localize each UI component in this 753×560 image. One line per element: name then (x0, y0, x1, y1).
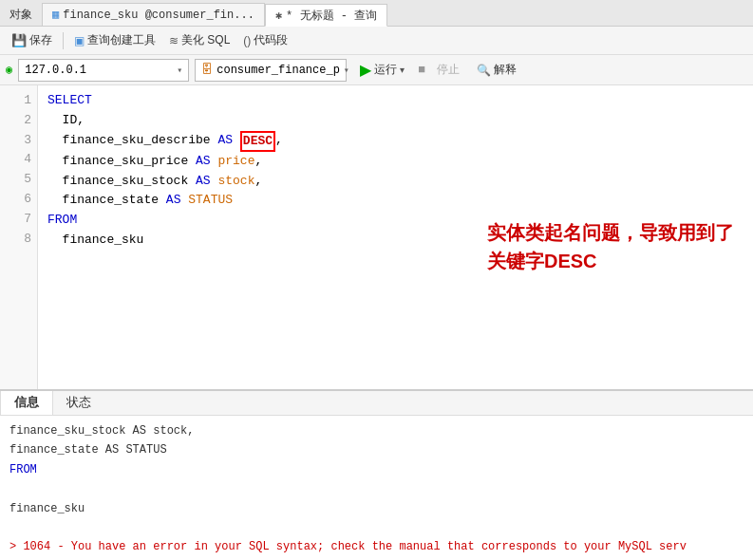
tab-objects[interactable]: 对象 (0, 3, 42, 26)
editor-area: 1 2 3 4 5 6 7 8 SELECT ID, finance_sku_d… (0, 85, 753, 389)
separator1 (63, 32, 64, 49)
field-describe-comma: , (275, 131, 283, 151)
beautify-label: 美化 SQL (181, 32, 230, 48)
connection-ip: 127.0.0.1 (25, 64, 86, 77)
beautify-button[interactable]: ≋ 美化 SQL (163, 30, 235, 50)
query-builder-icon: ▣ (74, 34, 85, 47)
tab-query2-label: * 无标题 - 查询 (286, 8, 377, 24)
code-editor[interactable]: SELECT ID, finance_sku_describe AS DESC,… (38, 85, 753, 389)
line-num-8: 8 (0, 230, 31, 250)
error-line: > 1064 - You have an error in your SQL s… (9, 537, 744, 556)
line-numbers: 1 2 3 4 5 6 7 8 (0, 85, 38, 389)
db-icon: 🗄 (201, 63, 213, 77)
line-num-6: 6 (0, 190, 31, 210)
code-line-2: ID, (47, 111, 744, 131)
stop-label: 停止 (437, 62, 460, 78)
explain-label: 解释 (494, 62, 517, 78)
query-icon: ✱ (275, 9, 282, 23)
chevron-down-icon: ▾ (177, 65, 182, 76)
snippet-icon: () (243, 34, 251, 47)
field-stock: finance_sku_stock AS stock, (47, 172, 262, 192)
code-line-6: finance_state AS STATUS (47, 191, 744, 211)
tab-query2[interactable]: ✱ * 无标题 - 查询 (265, 4, 387, 27)
conn-bar: ◉ 127.0.0.1 ▾ 🗄 consumer_finance_p ▾ ▶ 运… (0, 55, 753, 85)
tab-info[interactable]: 信息 (0, 391, 53, 415)
tab-bar: 对象 ▦ finance_sku @consumer_fin... ✱ * 无标… (0, 0, 753, 27)
field-describe: finance_sku_describe AS (47, 131, 240, 151)
code-line-1: SELECT (47, 91, 744, 111)
result-line-from: FROM (9, 460, 744, 479)
explain-icon: 🔍 (477, 64, 491, 77)
tab-status-label: 状态 (66, 395, 91, 409)
field-state: finance_state AS STATUS (47, 191, 233, 211)
beautify-icon: ≋ (169, 34, 179, 47)
snippet-label: 代码段 (254, 32, 288, 48)
database-name: consumer_finance_p (216, 64, 340, 77)
table-name: finance_sku (47, 231, 143, 251)
tab-query1[interactable]: ▦ finance_sku @consumer_fin... (42, 3, 265, 26)
line-num-5: 5 (0, 170, 31, 190)
line-num-7: 7 (0, 210, 31, 230)
line-num-3: 3 (0, 131, 31, 151)
save-button[interactable]: 💾 保存 (6, 30, 58, 50)
line-num-4: 4 (0, 150, 31, 170)
query-builder-label: 查询创建工具 (87, 32, 156, 48)
line-num-1: 1 (0, 91, 31, 111)
run-button[interactable]: ▶ 运行 ▾ (352, 59, 412, 81)
highlight-desc: DESC (240, 131, 275, 152)
result-line-2: finance_state AS STATUS (9, 440, 744, 459)
connection-select[interactable]: 127.0.0.1 ▾ (18, 59, 189, 82)
keyword-select: SELECT (47, 91, 92, 111)
code-line-5: finance_sku_stock AS stock, (47, 172, 744, 192)
result-line-table: finance_sku (9, 499, 744, 518)
toolbar: 💾 保存 ▣ 查询创建工具 ≋ 美化 SQL () 代码段 (0, 27, 753, 55)
tab-query1-label: finance_sku @consumer_fin... (63, 9, 254, 22)
annotation-text: 实体类起名问题，导致用到了关键字DESC (487, 218, 734, 275)
stop-button[interactable]: 停止 (431, 60, 465, 80)
tab-info-label: 信息 (14, 395, 39, 409)
result-line-1: finance_sku_stock AS stock, (9, 421, 744, 440)
field-id: ID, (47, 111, 85, 131)
result-line-blank (9, 479, 744, 498)
bottom-tab-bar: 信息 状态 (0, 391, 753, 416)
play-icon: ▶ (360, 61, 371, 79)
save-icon: 💾 (11, 33, 27, 47)
table-icon: ▦ (52, 8, 59, 22)
separator-dot: ■ (418, 63, 425, 77)
tab-objects-label: 对象 (9, 7, 32, 23)
snippet-button[interactable]: () 代码段 (237, 30, 293, 50)
field-price: finance_sku_price AS price, (47, 152, 262, 172)
tab-status[interactable]: 状态 (53, 391, 104, 415)
run-label: 运行 (374, 62, 397, 78)
database-select[interactable]: 🗄 consumer_finance_p ▾ (195, 59, 347, 82)
bottom-content: finance_sku_stock AS stock, finance_stat… (0, 416, 753, 560)
save-label: 保存 (29, 32, 52, 48)
result-line-blank2 (9, 518, 744, 537)
keyword-from: FROM (47, 211, 77, 231)
code-line-4: finance_sku_price AS price, (47, 152, 744, 172)
run-chevron-icon: ▾ (400, 65, 405, 75)
db-chevron-icon: ▾ (344, 65, 349, 76)
line-num-2: 2 (0, 111, 31, 131)
code-line-3: finance_sku_describe AS DESC, (47, 131, 744, 152)
explain-button[interactable]: 🔍 解释 (471, 60, 522, 80)
query-builder-button[interactable]: ▣ 查询创建工具 (68, 30, 161, 50)
bottom-panel: 信息 状态 finance_sku_stock AS stock, financ… (0, 389, 753, 560)
conn-indicator: ◉ (6, 63, 12, 77)
